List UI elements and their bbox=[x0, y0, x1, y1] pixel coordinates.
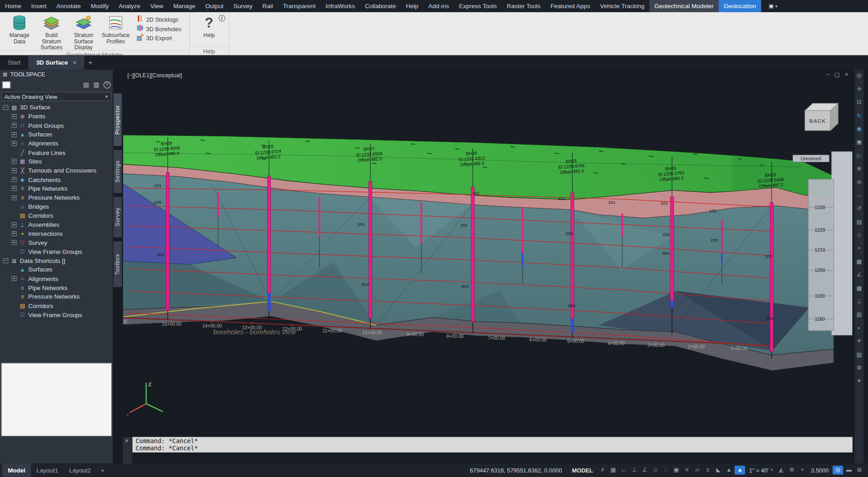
tree-item-pressure-networks[interactable]: +≡Pressure Networks bbox=[0, 292, 113, 301]
tree-item-data-shortcuts[interactable]: −⊞Data Shortcuts [] bbox=[0, 256, 113, 265]
zoom-extents-icon[interactable]: ⊡ bbox=[857, 99, 861, 105]
menu-item-view[interactable]: View bbox=[145, 0, 168, 12]
tree-item-assemblies[interactable]: +⊥Assemblies bbox=[0, 220, 113, 229]
measure-icon[interactable]: ∠ bbox=[857, 271, 862, 277]
tree-item-catchments[interactable]: +◈Catchments bbox=[0, 175, 113, 184]
side-tab-toolbox[interactable]: Toolbox bbox=[113, 241, 123, 288]
menu-item-modify[interactable]: Modify bbox=[86, 0, 114, 12]
model-space-button[interactable]: MODEL bbox=[567, 467, 597, 473]
tree-item-3d-surface[interactable]: −▤3D Surface bbox=[0, 103, 113, 112]
ucs-toggle-icon[interactable]: ⊥ bbox=[857, 298, 862, 304]
toolspace-help-icon[interactable]: ? bbox=[104, 81, 111, 88]
tree-item-surfaces[interactable]: +▲Surfaces bbox=[0, 265, 113, 274]
zoom-indicator-icon[interactable]: ◎ bbox=[833, 466, 843, 475]
panorama-icon[interactable]: ▥ bbox=[93, 81, 99, 88]
restore-viewport-button[interactable]: ▢ bbox=[833, 71, 841, 78]
nav-expand-icon[interactable]: ▾ bbox=[858, 378, 860, 383]
object-snap-icon[interactable]: ▣ bbox=[671, 466, 681, 475]
tree-item-alignments[interactable]: +≈Alignments bbox=[0, 139, 113, 148]
menu-item-geolocation[interactable]: Geolocation bbox=[719, 0, 761, 12]
manage-data-button[interactable]: ManageData bbox=[3, 13, 35, 50]
zoom-in-icon[interactable]: ⊕ bbox=[857, 165, 861, 171]
tree-item-surfaces[interactable]: +▲Surfaces bbox=[0, 130, 113, 139]
new-layout-button[interactable]: + bbox=[96, 467, 108, 473]
lineweight-icon[interactable]: ≡ bbox=[682, 466, 692, 475]
menu-item-help[interactable]: Help bbox=[401, 0, 424, 12]
minimize-viewport-button[interactable]: − bbox=[824, 71, 831, 78]
tree-item-pipe-networks[interactable]: +≡Pipe Networks bbox=[0, 184, 113, 193]
active-view-dropdown[interactable]: Active Drawing View ▼ bbox=[1, 92, 112, 101]
layout-tab-layout1[interactable]: Layout1 bbox=[31, 463, 63, 477]
subsurface-profiles-button[interactable]: SubsurfaceProfiles bbox=[99, 13, 132, 50]
workspace-gear-icon[interactable]: ⚙ bbox=[787, 466, 797, 475]
coordinates-display[interactable]: 679447.6316, 579551.6382, 0.0000 bbox=[464, 467, 567, 473]
command-close-button[interactable]: × bbox=[125, 438, 128, 444]
info-icon[interactable]: i bbox=[218, 15, 225, 22]
menu-item-manage[interactable]: Manage bbox=[168, 0, 200, 12]
object-snap-tracking-icon[interactable]: ∴ bbox=[660, 466, 671, 475]
materials-icon[interactable]: ▨ bbox=[857, 351, 862, 357]
menu-item-analyze[interactable]: Analyze bbox=[113, 0, 145, 12]
isodraft-icon[interactable]: ◇ bbox=[650, 466, 660, 475]
tree-item-bridges[interactable]: +∩Bridges bbox=[0, 202, 113, 211]
graphics-performance-icon[interactable]: ▬ bbox=[844, 466, 854, 475]
pan-icon[interactable]: ✛ bbox=[857, 86, 861, 92]
infer-constraints-icon[interactable]: ∟ bbox=[618, 466, 629, 475]
zoom-out-icon[interactable]: ⊖ bbox=[857, 179, 861, 185]
ortho-icon[interactable]: ⊥ bbox=[629, 466, 639, 475]
grid-display-icon[interactable]: ▩ bbox=[857, 285, 862, 291]
stratum-surface-display-button[interactable]: Stratum SurfaceDisplay bbox=[67, 13, 99, 50]
annotation-monitor-icon[interactable]: ◭ bbox=[776, 466, 787, 475]
2d-sticklogs-button[interactable]: 2D Sticklogs bbox=[136, 15, 181, 23]
annotation-scale-button[interactable]: 1" = 40' ▾ bbox=[746, 467, 776, 473]
clean-screen-icon[interactable]: ⊞ bbox=[854, 466, 864, 475]
render-icon[interactable]: ◐ bbox=[858, 325, 861, 331]
tree-expander[interactable]: + bbox=[12, 114, 17, 119]
sun-lighting-icon[interactable]: ☀ bbox=[857, 338, 862, 344]
named-views-icon[interactable]: ▥ bbox=[857, 311, 862, 317]
snap-icon[interactable]: ▦ bbox=[608, 466, 618, 475]
autoscale-icon[interactable]: ▲ bbox=[735, 466, 745, 475]
tree-item-feature-lines[interactable]: +╱Feature Lines bbox=[0, 148, 113, 157]
fullnav-wheel-icon[interactable]: ◎ bbox=[857, 72, 862, 78]
menu-item-transparent[interactable]: Transparent bbox=[278, 0, 321, 12]
grid-icon[interactable]: # bbox=[597, 466, 608, 475]
command-window-grip[interactable]: × bbox=[123, 437, 132, 463]
transparency-icon[interactable]: ▱ bbox=[692, 466, 703, 475]
ribbon-options-button[interactable]: ▣ ▾ bbox=[769, 3, 778, 9]
menu-item-vehicle-tracking[interactable]: Vehicle Tracking bbox=[595, 0, 649, 12]
camera-icon[interactable]: ◇ bbox=[857, 232, 861, 238]
side-tab-prospector[interactable]: Prospector bbox=[113, 93, 123, 147]
tree-item-point-groups[interactable]: +∷Point Groups bbox=[0, 121, 113, 130]
menu-item-raster-tools[interactable]: Raster Tools bbox=[502, 0, 546, 12]
menu-item-survey[interactable]: Survey bbox=[229, 0, 258, 12]
nav-settings-icon[interactable]: ⚙ bbox=[857, 365, 862, 370]
item-view-icon[interactable]: ▤ bbox=[83, 81, 89, 88]
side-tab-settings[interactable]: Settings bbox=[113, 150, 123, 194]
menu-item-output[interactable]: Output bbox=[200, 0, 228, 12]
zoom-scale-value[interactable]: 3.5000 bbox=[807, 467, 832, 473]
menu-item-collaborate[interactable]: Collaborate bbox=[360, 0, 401, 12]
file-tab-start[interactable]: Start bbox=[0, 55, 28, 70]
orbit-icon[interactable]: ↻ bbox=[857, 112, 861, 118]
tree-expander[interactable]: − bbox=[3, 105, 8, 110]
tree-item-corridors[interactable]: +▤Corridors bbox=[0, 211, 113, 220]
3d-export-button[interactable]: 3D Export bbox=[136, 34, 181, 42]
tree-expander[interactable]: + bbox=[12, 276, 17, 281]
3d-boreholes-button[interactable]: 3D Boreholes bbox=[136, 25, 181, 32]
toolspace-search-box[interactable] bbox=[2, 81, 10, 88]
tree-item-pipe-networks[interactable]: +≡Pipe Networks bbox=[0, 283, 113, 292]
menu-item-add-ins[interactable]: Add-ins bbox=[424, 0, 454, 12]
tree-item-points[interactable]: +⊕Points bbox=[0, 112, 113, 121]
dynamic-input-icon[interactable]: ± bbox=[703, 466, 713, 475]
tree-expander[interactable]: + bbox=[12, 132, 17, 137]
viewcube-toggle-icon[interactable]: ▣ bbox=[857, 139, 862, 145]
tree-item-intersections[interactable]: ++Intersections bbox=[0, 229, 113, 238]
close-tab-icon[interactable]: × bbox=[73, 59, 76, 66]
menu-item-insert[interactable]: Insert bbox=[26, 0, 52, 12]
free-orbit-icon[interactable]: ↺ bbox=[857, 205, 861, 211]
tree-item-pressure-networks[interactable]: +≡Pressure Networks bbox=[0, 193, 113, 202]
customization-icon[interactable]: + bbox=[797, 466, 807, 475]
tree-expander[interactable]: + bbox=[12, 177, 17, 182]
menu-item-rail[interactable]: Rail bbox=[258, 0, 278, 12]
